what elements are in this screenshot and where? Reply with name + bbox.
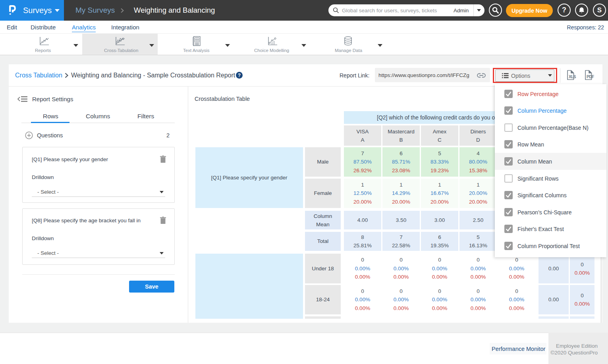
svg-text:PDF: PDF — [587, 75, 594, 79]
svg-text:XLS: XLS — [569, 75, 576, 79]
